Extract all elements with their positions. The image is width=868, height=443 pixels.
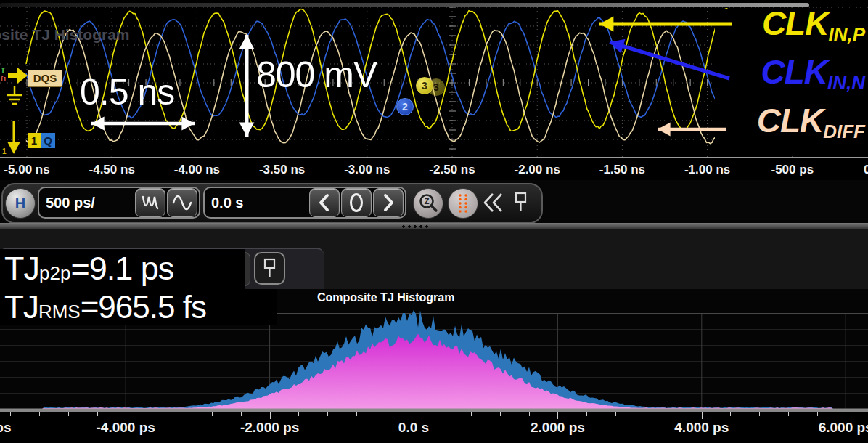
histogram-axis-tick [212, 412, 213, 416]
zoom-magnifier-icon: Z [417, 192, 439, 214]
channel1-chip[interactable]: 1 [28, 133, 41, 148]
clk-diff-label: CLKDIFF [757, 102, 865, 145]
center-zero-button[interactable] [341, 188, 372, 217]
zero-oval-icon [347, 192, 366, 214]
histogram-axis-tick [788, 412, 789, 416]
horizontal-toolbar: H 500 ps/ 0.0 s [0, 180, 868, 223]
waveform-display[interactable]: T f1 1 DQS 1 Q 0.5 ns 800 mV 3 2 3 CLKIN [0, 7, 868, 158]
time-axis-label: -5.00 ns [4, 163, 49, 177]
pan-right-button[interactable] [373, 188, 404, 217]
histogram-axis-tick [155, 412, 155, 416]
chevron-left-icon [315, 192, 334, 214]
histogram-axis-tick [443, 412, 443, 416]
histogram-axis-tick [270, 412, 271, 419]
trigger-level-icon[interactable]: T f1 [0, 64, 29, 112]
histogram-axis-tick [557, 412, 558, 419]
time-axis-label: -3.00 ns [344, 163, 390, 177]
histogram-axis-tick [39, 412, 40, 416]
trigger-arrow-icon [8, 68, 28, 84]
histogram-markers-button[interactable] [448, 188, 478, 219]
channel1-tiny-label: 1 [2, 147, 7, 155]
histogram-title: Composite TJ Histogram [317, 291, 454, 304]
channel1-position-icon[interactable]: 1 [1, 121, 28, 157]
pin-toolbar-button[interactable] [509, 190, 533, 215]
time-axis-label: -2.50 ns [429, 163, 475, 177]
histogram-axis[interactable]: -6.000 ps-4.000 ps-2.000 ps0.0 s2.000 ps… [0, 410, 868, 443]
tj-rms-overlay: TJRMS=965.5 fs [0, 289, 277, 325]
time-axis-label: -3.50 ns [259, 163, 305, 177]
histogram-axis-tick [241, 412, 242, 416]
time-axis-label: 0.0 s [864, 163, 868, 177]
timebase-field[interactable]: 500 ps/ [46, 195, 95, 211]
histogram-axis-tick [730, 412, 731, 416]
histogram-axis-tick [184, 412, 184, 416]
dqs-signal-chip[interactable]: DQS [28, 70, 62, 87]
histogram-axis-tick [673, 412, 673, 416]
histogram-axis-tick [356, 412, 357, 416]
histogram-axis-tick [471, 412, 472, 416]
histogram-axis-tick [586, 412, 587, 416]
zoom-mode-button[interactable]: Z [413, 188, 443, 219]
pan-left-button[interactable] [309, 188, 340, 217]
toolbar-shell: H 500 ps/ 0.0 s [1, 183, 543, 224]
clk-in-n-label: CLKIN,N [761, 53, 865, 96]
marker-2[interactable]: 2 [396, 98, 414, 115]
ground-icon [7, 86, 22, 104]
time-axis-label: -1.00 ns [684, 163, 730, 177]
trigger-t-label: T [1, 67, 5, 75]
panel-divider[interactable] [0, 223, 868, 229]
chevron-right-icon [379, 192, 398, 214]
pin-icon [260, 257, 280, 280]
oscilloscope-screen: T f1 1 DQS 1 Q 0.5 ns 800 mV 3 2 3 CLKIN [0, 0, 868, 443]
histogram-axis-tick [298, 412, 299, 416]
histogram-axis-tick [126, 412, 126, 419]
horizontal-settings-button[interactable]: H [5, 188, 36, 219]
dotted-columns-icon [452, 192, 474, 214]
timebase-zoom-out-button[interactable] [135, 188, 165, 217]
histogram-axis-tick [414, 412, 414, 419]
histogram-axis-label: 2.000 ps [531, 420, 585, 436]
histogram-axis-tick [529, 412, 530, 416]
histogram-axis-tick [68, 412, 69, 416]
clk-in-p-label: CLKIN,P [762, 4, 865, 47]
tab-pin-button[interactable] [254, 252, 285, 285]
histogram-axis-tick [702, 412, 703, 419]
histogram-axis-tick [817, 412, 818, 416]
time-axis-label: -4.00 ns [174, 163, 220, 177]
histogram-axis-tick [10, 412, 11, 416]
time-axis-label: -4.50 ns [89, 163, 135, 177]
time-axis-label: -1.50 ns [599, 163, 645, 177]
histogram-axis-tick [97, 412, 98, 416]
time-axis[interactable]: -5.00 ns-4.50 ns-4.00 ns-3.50 ns-3.00 ns… [0, 157, 868, 182]
amplitude-annotation: 800 mV [256, 54, 377, 96]
tj-p2p-overlay: TJp2p=9.1 ps [0, 249, 245, 289]
marker-3[interactable]: 3 [416, 77, 433, 94]
double-chevron-left-icon [483, 192, 504, 214]
compress-wave-icon [141, 192, 160, 214]
tab-label: Composite TJ Histogram [0, 26, 130, 44]
collapse-toolbar-button[interactable] [482, 190, 505, 215]
trigger-f1-label: f1 [1, 76, 7, 83]
channel-q-chip[interactable]: Q [41, 133, 55, 148]
histogram-axis-tick [327, 412, 328, 416]
timebase-zoom-in-button[interactable] [167, 188, 197, 217]
histogram-axis-label: -4.000 ps [97, 420, 155, 436]
histogram-axis-label: -6.000 ps [0, 420, 11, 436]
histogram-axis-label: -2.000 ps [240, 420, 299, 436]
clock-labels-panel: CLKIN,P CLKIN,N CLKDIFF [715, 9, 868, 153]
svg-text:Z: Z [425, 197, 430, 206]
histogram-axis-tick [615, 412, 616, 416]
histogram-axis-tick [500, 412, 501, 416]
expand-wave-icon [172, 192, 192, 214]
timebase-group: 500 ps/ [38, 187, 200, 219]
histogram-axis-tick [385, 412, 385, 416]
histogram-axis-tick [644, 412, 644, 416]
divider-drag-handle[interactable] [401, 224, 431, 229]
histogram-axis-tick [759, 412, 760, 416]
histogram-axis-label: 0.0 s [398, 420, 429, 436]
time-axis-label: -500 ps [771, 163, 814, 177]
position-group: 0.0 s [203, 187, 406, 219]
period-annotation: 0.5 ns [80, 71, 174, 113]
position-field[interactable]: 0.0 s [211, 195, 243, 211]
histogram-axis-label: 6.000 ps [819, 420, 868, 436]
